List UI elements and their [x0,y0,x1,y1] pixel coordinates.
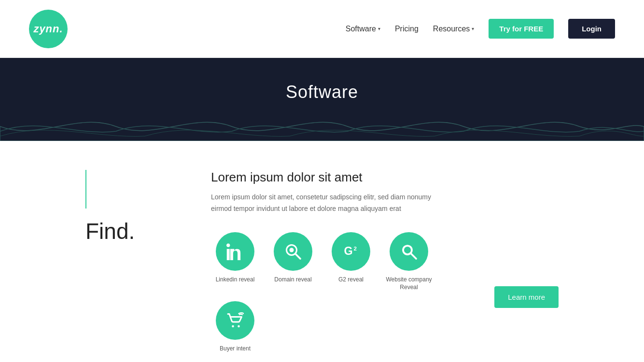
domain-label: Domain reveal [274,276,311,284]
find-section-left: Find. [85,170,182,244]
chevron-down-icon: ▾ [378,26,380,31]
g2-icon: G 2 [342,243,360,260]
find-heading: Find. [85,218,135,244]
find-title: Lorem ipsum dolor sit amet [211,170,559,185]
buyer-intent-item: Buyer intent [211,301,259,353]
find-icons-row: Linkedin reveal Domain reveal G [211,232,559,353]
hero-title: Software [10,82,634,102]
g2-label: G2 reveal [338,276,364,284]
buyer-intent-label: Buyer intent [220,345,251,353]
domain-icon-circle [274,232,312,271]
website-company-item: Website company Reveal [385,232,433,292]
svg-text:G: G [344,245,353,257]
learn-more-button[interactable]: Learn more [494,286,559,308]
buyer-intent-icon-circle [216,301,254,340]
g2-reveal-item: G 2 G2 reveal [327,232,375,292]
find-section: Find. Lorem ipsum dolor sit amet Lorem i… [0,141,644,362]
search-globe-icon [284,243,302,260]
hero-banner: Software [0,58,644,141]
nav-software[interactable]: Software ▾ [346,25,380,33]
svg-text:2: 2 [353,245,357,251]
website-label: Website company Reveal [385,276,433,292]
find-icons-group: Linkedin reveal Domain reveal G [211,232,485,353]
website-icon-circle [390,232,428,271]
logo[interactable]: zyпп. [29,10,68,48]
linkedin-label: Linkedin reveal [216,276,255,284]
nav-pricing[interactable]: Pricing [395,25,419,33]
g2-icon-circle: G 2 [332,232,370,271]
linkedin-reveal-item: Linkedin reveal [211,232,259,292]
linkedin-icon [226,243,244,260]
login-button[interactable]: Login [568,19,615,39]
wave-decoration [0,112,644,141]
section-line [85,170,86,209]
find-section-inner: Find. Lorem ipsum dolor sit amet Lorem i… [56,170,588,353]
logo-text: zyпп. [33,23,63,35]
domain-reveal-item: Domain reveal [269,232,317,292]
linkedin-icon-circle [216,232,254,271]
main-nav: Software ▾ Pricing Resources ▾ Try for F… [346,19,615,39]
svg-point-1 [290,248,294,252]
nav-resources[interactable]: Resources ▾ [433,25,474,33]
svg-point-8 [232,325,234,328]
svg-line-2 [295,254,300,259]
find-description: Lorem ipsum dolor sit amet, consetetur s… [211,192,452,215]
find-section-right: Lorem ipsum dolor sit amet Lorem ipsum d… [211,170,559,353]
cart-icon [226,312,244,329]
header: zyпп. Software ▾ Pricing Resources ▾ Try… [0,0,644,58]
try-free-button[interactable]: Try for FREE [489,19,554,39]
svg-line-7 [411,253,417,259]
chevron-down-icon: ▾ [472,26,474,31]
svg-point-9 [238,325,240,328]
search-icon [400,243,418,260]
